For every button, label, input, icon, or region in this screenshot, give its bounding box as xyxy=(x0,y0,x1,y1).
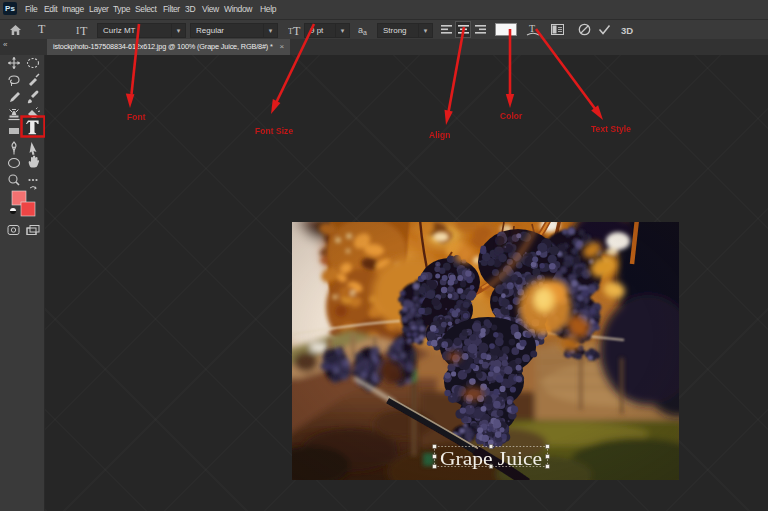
svg-text:a: a xyxy=(363,29,367,35)
svg-text:T: T xyxy=(529,23,535,34)
svg-text:T: T xyxy=(293,24,301,36)
svg-text:I: I xyxy=(76,25,79,36)
svg-text:T: T xyxy=(80,24,88,36)
